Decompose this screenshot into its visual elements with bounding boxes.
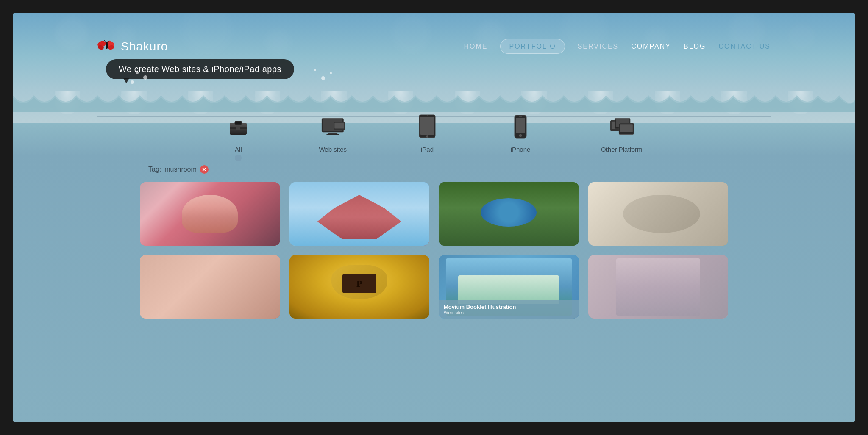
svg-point-22 (426, 136, 428, 138)
deco-dot (131, 80, 134, 84)
main-frame: Shakuro HOME PORTFOLIO SERVICES COMPANY … (13, 13, 855, 422)
nav-link-company[interactable]: COMPANY (631, 43, 671, 50)
nav-link-contact[interactable]: CONTACT US (718, 43, 771, 50)
svg-rect-21 (420, 117, 434, 135)
nav-menu: HOME PORTFOLIO SERVICES COMPANY BLOG CON… (464, 43, 771, 50)
svg-point-23 (427, 115, 428, 116)
svg-rect-17 (327, 134, 339, 135)
portfolio-item[interactable] (588, 182, 729, 246)
deco-dot (314, 69, 316, 71)
svg-rect-35 (620, 124, 633, 132)
svg-point-4 (106, 42, 108, 49)
filter-other-label: Other Platform (601, 146, 643, 153)
filter-all[interactable]: All (225, 114, 251, 153)
filter-bar: All Web sites (13, 114, 855, 157)
nav-item-portfolio[interactable]: PORTFOLIO (500, 43, 565, 50)
portfolio-item[interactable]: Movium Booklet Illustration Web sites (439, 255, 579, 319)
svg-rect-12 (236, 127, 240, 130)
svg-point-5 (106, 42, 108, 43)
portfolio-item-image (588, 255, 729, 319)
filter-websites[interactable]: Web sites (319, 114, 347, 153)
iphone-icon (508, 114, 533, 140)
portfolio-item-image (140, 182, 280, 246)
filter-other[interactable]: Other Platform (601, 114, 643, 153)
scallop-divider (13, 95, 855, 112)
portfolio-item[interactable]: P (289, 255, 430, 319)
filter-iphone[interactable]: iPhone (508, 114, 533, 153)
active-indicator (235, 155, 242, 161)
nav-link-portfolio[interactable]: PORTFOLIO (500, 39, 565, 54)
portfolio-item-image (439, 182, 579, 246)
portfolio-item-image: P (289, 255, 430, 319)
nav-link-home[interactable]: HOME (464, 43, 487, 50)
caption-title: Movium Booklet Illustration (444, 304, 574, 310)
portfolio-item[interactable] (439, 182, 579, 246)
nav-item-blog[interactable]: BLOG (684, 43, 706, 50)
deco-dot (330, 72, 332, 74)
caption-subtitle: Web sites (444, 310, 574, 315)
svg-rect-19 (335, 123, 344, 129)
svg-point-26 (519, 134, 522, 137)
filter-all-label: All (235, 146, 242, 153)
portfolio-grid: P Movium Booklet Illustration Web sites (140, 182, 728, 319)
svg-rect-25 (516, 118, 525, 133)
nav-link-services[interactable]: SERVICES (578, 43, 619, 50)
portfolio-item-image (588, 182, 729, 246)
logo-text: Shakuro (121, 40, 168, 53)
deco-dot (321, 76, 325, 80)
portfolio-caption: Movium Booklet Illustration Web sites (439, 300, 579, 319)
svg-rect-10 (235, 121, 242, 125)
filter-iphone-label: iPhone (511, 146, 531, 153)
deco-dot (136, 71, 139, 74)
nav-item-services[interactable]: SERVICES (578, 43, 619, 50)
tag-remove-button[interactable]: ✕ (200, 165, 209, 174)
nav-link-blog[interactable]: BLOG (684, 43, 706, 50)
portfolio-item[interactable] (588, 255, 729, 319)
other-platform-icon (609, 114, 634, 140)
tagline-bubble: We create Web sites & iPhone/iPad apps (106, 59, 294, 79)
tagline-text: We create Web sites & iPhone/iPad apps (119, 64, 281, 74)
monitor-icon (320, 114, 345, 140)
filter-websites-label: Web sites (319, 146, 347, 153)
tag-value[interactable]: mushroom (164, 166, 197, 173)
ipad-icon (415, 114, 440, 140)
nav-item-home[interactable]: HOME (464, 43, 487, 50)
tag-filter-area: Tag: mushroom ✕ (148, 165, 209, 174)
portfolio-item[interactable] (140, 182, 280, 246)
portfolio-item-image (289, 182, 430, 246)
tag-prefix: Tag: (148, 166, 161, 173)
filter-ipad-label: iPad (421, 146, 434, 153)
filter-ipad[interactable]: iPad (415, 114, 440, 153)
portfolio-item-image (140, 255, 280, 319)
portfolio-item[interactable] (289, 182, 430, 246)
svg-rect-27 (519, 116, 522, 117)
nav-item-contact[interactable]: CONTACT US (718, 43, 771, 50)
logo[interactable]: Shakuro (97, 38, 168, 55)
briefcase-icon (225, 114, 251, 140)
nav-item-company[interactable]: COMPANY (631, 43, 671, 50)
portfolio-item[interactable] (140, 255, 280, 319)
butterfly-icon (97, 38, 117, 55)
deco-dot (143, 75, 147, 80)
